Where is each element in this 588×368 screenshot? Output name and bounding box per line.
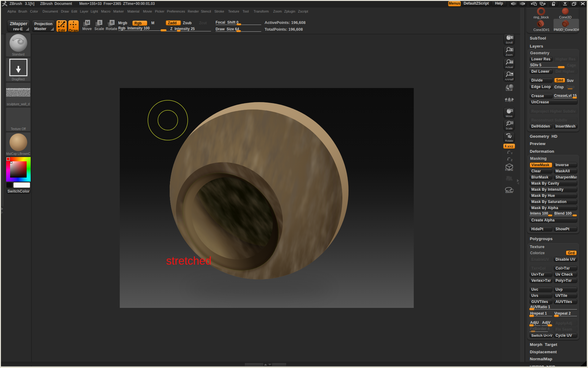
svg-text:stretched: stretched — [166, 255, 211, 267]
svg-text:S: S — [99, 20, 101, 25]
svg-text:Z: Z — [511, 159, 513, 162]
svg-text:x1: x1 — [510, 61, 512, 63]
svg-text:XYZ: XYZ — [507, 145, 513, 148]
svg-text:Y: Y — [511, 152, 513, 155]
svg-text:R: R — [111, 20, 114, 25]
svg-text:M: M — [86, 20, 89, 25]
